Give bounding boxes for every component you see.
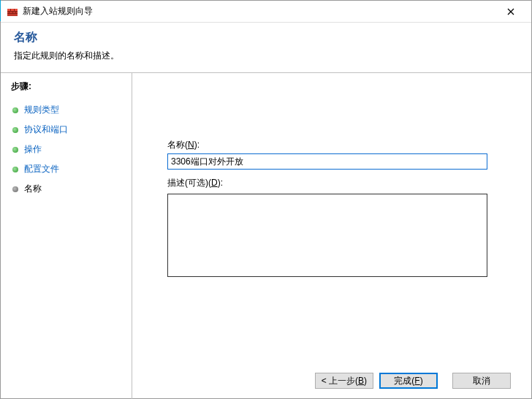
back-button[interactable]: < 上一步(B) xyxy=(315,373,373,389)
step-label: 协议和端口 xyxy=(24,123,68,136)
name-field-row: 名称(N): xyxy=(167,139,506,170)
cancel-button[interactable]: 取消 xyxy=(452,373,511,389)
form-panel: 名称(N): 描述(可选)(D): xyxy=(132,73,531,365)
svg-rect-7 xyxy=(12,12,13,13)
finish-button[interactable]: 完成(F) xyxy=(379,373,438,389)
bullet-icon xyxy=(12,186,18,192)
steps-sidebar: 步骤: 规则类型 协议和端口 操作 配置文件 名称 xyxy=(1,73,132,365)
page-title: 名称 xyxy=(14,30,518,45)
name-label: 名称(N): xyxy=(167,139,506,151)
titlebar: 新建入站规则向导 xyxy=(1,1,531,23)
step-label: 操作 xyxy=(24,143,42,156)
step-rule-type[interactable]: 规则类型 xyxy=(11,100,122,120)
page-subtitle: 指定此规则的名称和描述。 xyxy=(14,50,518,62)
step-protocol-port[interactable]: 协议和端口 xyxy=(11,120,122,140)
bullet-icon xyxy=(12,147,18,153)
bullet-icon xyxy=(12,127,18,133)
svg-rect-4 xyxy=(10,9,11,11)
bullet-icon xyxy=(12,167,18,172)
svg-rect-3 xyxy=(7,13,18,14)
step-label: 配置文件 xyxy=(24,163,59,175)
wizard-window: 新建入站规则向导 名称 指定此规则的名称和描述。 步骤: 规则类型 协议和端口 … xyxy=(0,0,532,399)
description-field-row: 描述(可选)(D): xyxy=(167,177,506,279)
close-button[interactable] xyxy=(496,1,525,22)
wizard-header: 名称 指定此规则的名称和描述。 xyxy=(1,23,531,73)
description-textarea[interactable] xyxy=(167,194,487,277)
step-action[interactable]: 操作 xyxy=(11,140,122,159)
firewall-icon xyxy=(7,6,18,18)
svg-rect-2 xyxy=(7,11,18,12)
step-label: 名称 xyxy=(24,183,42,195)
name-input[interactable] xyxy=(167,153,487,170)
description-label: 描述(可选)(D): xyxy=(167,177,506,189)
step-label: 规则类型 xyxy=(24,104,59,116)
step-name: 名称 xyxy=(11,179,122,199)
svg-rect-8 xyxy=(15,12,16,13)
steps-heading: 步骤: xyxy=(11,80,122,93)
step-profile[interactable]: 配置文件 xyxy=(11,159,122,179)
svg-rect-5 xyxy=(14,9,15,11)
wizard-body: 步骤: 规则类型 协议和端口 操作 配置文件 名称 xyxy=(1,73,531,365)
window-title: 新建入站规则向导 xyxy=(23,5,496,18)
svg-rect-1 xyxy=(7,9,18,11)
svg-rect-6 xyxy=(9,12,10,13)
bullet-icon xyxy=(12,107,18,113)
wizard-footer: < 上一步(B) 完成(F) 取消 xyxy=(1,363,531,398)
